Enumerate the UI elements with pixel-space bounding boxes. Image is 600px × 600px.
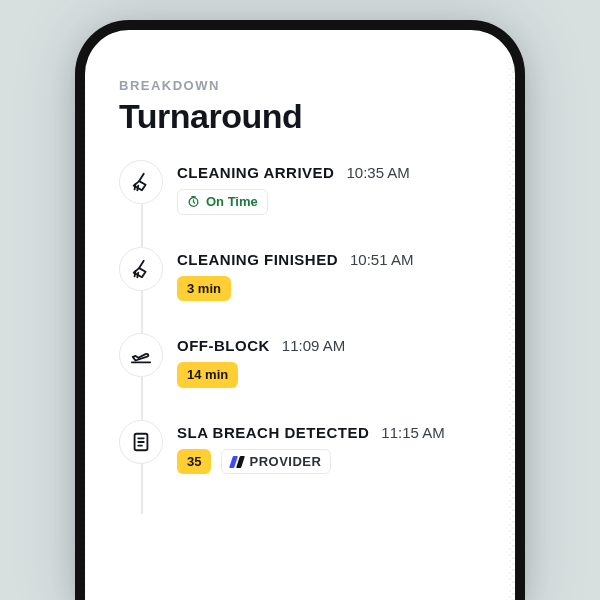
badge-text: 3 min bbox=[187, 281, 221, 297]
status-badge-delay: 3 min bbox=[177, 276, 231, 302]
event-time: 11:15 AM bbox=[381, 424, 444, 441]
provider-badge: PROVIDER bbox=[221, 449, 331, 475]
badge-text: On Time bbox=[206, 194, 258, 210]
document-icon bbox=[119, 420, 163, 464]
event-label: OFF-BLOCK bbox=[177, 337, 270, 354]
event-label: CLEANING FINISHED bbox=[177, 251, 338, 268]
event-time: 11:09 AM bbox=[282, 337, 345, 354]
timeline-event[interactable]: CLEANING ARRIVED 10:35 AM On Time bbox=[177, 164, 481, 215]
section-eyebrow: BREAKDOWN bbox=[119, 78, 481, 93]
status-badge-ontime: On Time bbox=[177, 189, 268, 215]
timeline-event[interactable]: SLA BREACH DETECTED 11:15 AM 35 PROVIDER bbox=[177, 424, 481, 475]
timeline-event[interactable]: OFF-BLOCK 11:09 AM 14 min bbox=[177, 337, 481, 388]
screen: BREAKDOWN Turnaround CLEANING ARRIVED 10… bbox=[85, 30, 515, 474]
status-badge-delay: 14 min bbox=[177, 362, 238, 388]
badge-text: 35 bbox=[187, 454, 201, 470]
timeline: CLEANING ARRIVED 10:35 AM On Time bbox=[119, 164, 481, 474]
status-badge-delay: 35 bbox=[177, 449, 211, 475]
badge-text: PROVIDER bbox=[249, 454, 321, 470]
event-time: 10:51 AM bbox=[350, 251, 413, 268]
broom-icon bbox=[119, 247, 163, 291]
timeline-event[interactable]: CLEANING FINISHED 10:51 AM 3 min bbox=[177, 251, 481, 302]
takeoff-icon bbox=[119, 333, 163, 377]
device-frame: BREAKDOWN Turnaround CLEANING ARRIVED 10… bbox=[85, 30, 515, 600]
page-title: Turnaround bbox=[119, 97, 481, 136]
provider-logo-icon bbox=[231, 456, 243, 468]
badge-text: 14 min bbox=[187, 367, 228, 383]
event-label: SLA BREACH DETECTED bbox=[177, 424, 369, 441]
broom-icon bbox=[119, 160, 163, 204]
event-time: 10:35 AM bbox=[346, 164, 409, 181]
event-label: CLEANING ARRIVED bbox=[177, 164, 334, 181]
